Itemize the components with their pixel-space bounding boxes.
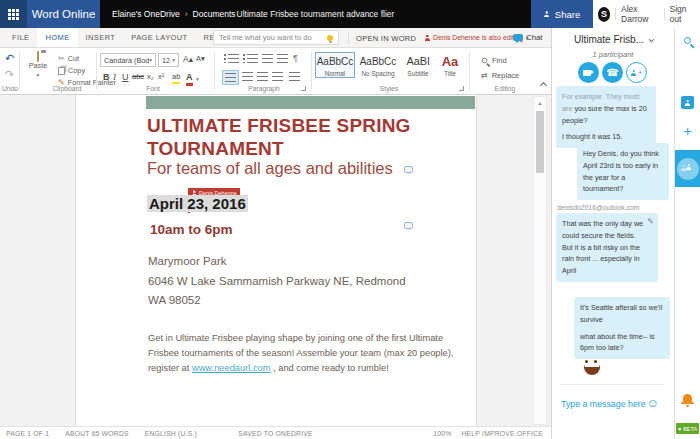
chat-message-input[interactable]: Type a message here [561,399,646,409]
scrollbar-thumb[interactable] [536,111,544,173]
account-area: S Alex Darrow Sign out [593,0,700,28]
style-preview: AaBl [402,55,434,68]
font-color-button[interactable]: A [186,73,193,86]
paste-button[interactable]: Paste ▾ [22,52,54,79]
font-color-label: A [186,72,193,82]
app-launcher-button[interactable] [0,0,27,28]
bold-button[interactable]: B [103,73,110,82]
phone-icon: ☎ [606,68,618,78]
video-call-button[interactable] [578,62,599,83]
skype-icon[interactable]: S [598,7,610,22]
style-normal[interactable]: AaBbCc Normal [315,52,355,78]
style-preview: AaBbCc [316,55,354,68]
emoticon-picker-icon[interactable]: ☺ [647,397,659,409]
share-button[interactable]: Share [531,0,593,28]
chat-conversation-title[interactable]: Ultimate Frisb... [552,34,674,45]
cut-button[interactable]: ✂ Cut [58,54,79,63]
copy-button[interactable]: Copy [58,66,85,75]
beta-badge[interactable]: ♥ BETA [676,423,699,434]
add-participant-button[interactable]: + [626,62,647,83]
chat-panel: Ultimate Frisb... 1 participant ☎ + For … [551,28,674,439]
undo-button[interactable]: ↶ [5,53,14,64]
status-zoom[interactable]: 100% [433,430,451,437]
flier-address-line2: WA 98052 [148,291,406,311]
app-title[interactable]: Word Online [27,0,100,28]
lightbulb-icon [327,35,333,41]
tab-insert[interactable]: INSERT [78,33,124,42]
pilcrow-button[interactable]: ¶ [293,54,298,63]
align-right-button[interactable] [257,72,268,81]
status-help-improve[interactable]: HELP IMPROVE OFFICE [462,430,543,437]
divider [664,8,665,20]
message-text: Hey Denis, do you think April 23rd is to… [583,148,663,195]
style-name: No Spacing [358,70,398,77]
user-name[interactable]: Alex Darrow [621,4,659,24]
edit-message-pencil-icon[interactable]: ✎ [647,216,654,228]
line-spacing-button[interactable] [289,72,300,81]
open-in-word-button[interactable]: OPEN IN WORD [356,34,416,43]
align-center-button[interactable] [242,72,253,81]
shrink-font-button[interactable]: A▾ [196,55,205,63]
flier-body-text: , and come ready to rumble! [270,363,388,373]
search-button[interactable] [675,37,700,44]
list-lines-icon [228,54,239,63]
align-left-button[interactable] [222,70,239,85]
chat-title-label: Ultimate Frisb... [574,34,644,45]
scissors-icon: ✂ [58,54,65,63]
increase-indent-button[interactable] [277,54,288,63]
highlight-label: ab [172,72,180,81]
new-conversation-button[interactable]: + [675,124,700,138]
bullet-list-button[interactable] [224,54,239,63]
style-no-spacing[interactable]: AaBbCc No Spacing [357,52,399,78]
font-size-select[interactable]: 12 ▾ [158,53,179,67]
numbered-list-button[interactable] [243,54,258,63]
chat-toggle-button[interactable]: Chat [513,33,542,42]
redo-button[interactable]: ↷ [5,69,14,80]
list-lines-icon [247,54,258,63]
tab-page-layout[interactable]: PAGE LAYOUT [123,33,195,42]
grow-font-button[interactable]: A▴ [183,55,193,64]
tab-home[interactable]: HOME [37,28,77,47]
tell-me-placeholder: Tell me what you want to do [219,33,312,42]
style-preview: Aa [438,55,462,68]
replace-button[interactable]: ⇄ Replace [481,71,519,80]
strikethrough-button[interactable]: abc [132,73,144,81]
notifications-button[interactable] [675,394,700,402]
style-name: Normal [316,70,354,77]
styles-dialog-launcher-icon[interactable] [459,86,464,91]
voice-call-button[interactable]: ☎ [602,62,623,83]
superscript-button[interactable]: x² [158,73,164,81]
scroll-up-icon[interactable]: ▲ [534,97,546,109]
collapse-ribbon-icon[interactable] [540,82,547,89]
decrease-indent-button[interactable] [262,54,273,63]
tab-file[interactable]: FILE [4,33,37,42]
subscript-button[interactable]: x₂ [147,73,154,81]
flier-accent-band [146,96,475,109]
sign-out-link[interactable]: Sign out [670,4,695,24]
highlight-button[interactable]: ab [172,73,180,84]
flier-body-link[interactable]: www.needaurl.com [192,363,271,373]
comment-bubble-icon[interactable] [404,222,413,229]
underline-button[interactable]: U [122,73,129,82]
active-chat-tab[interactable] [675,150,700,187]
comment-bubble-icon[interactable] [404,166,413,173]
italic-button[interactable]: I [113,73,116,82]
contacts-button[interactable] [675,96,700,109]
paste-label: Paste [22,61,54,70]
style-title[interactable]: Aa Title [437,52,463,78]
document-title[interactable]: Ultimate Frisbee tournament advance flie… [100,9,531,19]
status-language[interactable]: ENGLISH (U.S.) [145,430,197,437]
style-subtitle[interactable]: AaBl Subtitle [401,52,435,78]
status-word-count[interactable]: ABOUT 65 WORDS [65,430,128,437]
document-page[interactable]: ULTIMATE FRISBEE SPRING TOURNAMENT For t… [75,95,477,426]
justify-button[interactable] [272,72,283,81]
message-text: what about the time-- is 6pm too late? [580,331,664,355]
divider [311,52,312,90]
paragraph-dialog-launcher-icon[interactable] [301,86,306,91]
find-button[interactable]: Find [481,56,507,65]
document-scrollbar[interactable]: ▲ [533,96,547,425]
align-left-icon [225,73,236,82]
flier-address-block: Marymoor Park 6046 W Lake Sammamish Park… [148,252,406,311]
font-name-select[interactable]: Candara (Body) ▾ [100,53,156,67]
tell-me-input[interactable]: Tell me what you want to do [213,30,339,45]
